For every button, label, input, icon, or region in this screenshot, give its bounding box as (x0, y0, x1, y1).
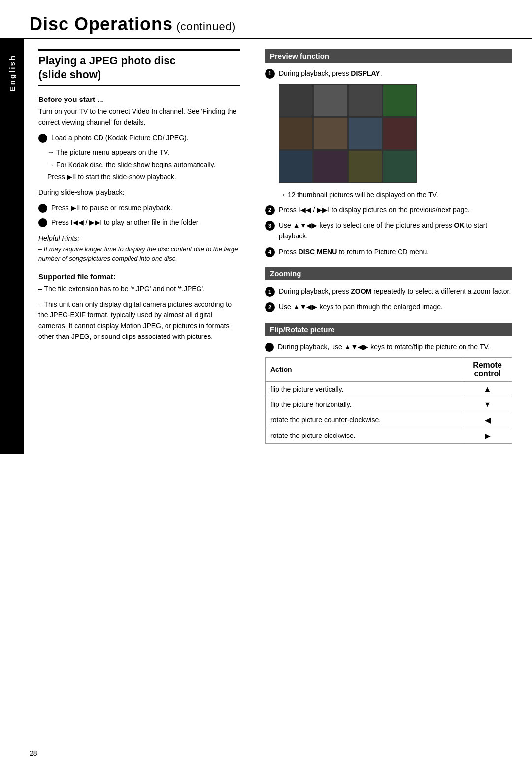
helpful-hints-section: Helpful Hints: – It may require longer t… (38, 235, 240, 264)
table-row: rotate the picture clockwise.▶ (266, 428, 512, 443)
step-number-2: 2 (265, 205, 275, 215)
table-cell-action-3: rotate the picture clockwise. (266, 428, 463, 443)
table-cell-action-1: flip the picture horizontally. (266, 397, 463, 412)
zooming-section: Zooming 1 During playback, press ZOOM re… (265, 267, 512, 312)
bullet-dot-2 (38, 204, 47, 213)
supported-format-dash2: – This unit can only display digital cam… (38, 300, 240, 342)
thumbnail-1 (279, 85, 312, 116)
preview-step1-text: During playback, press DISPLAY. (279, 68, 512, 79)
page-number: 28 (30, 749, 37, 757)
table-row: rotate the picture counter-clockwise.◀ (266, 412, 512, 428)
zoom-step-number-1: 1 (265, 287, 275, 297)
table-header-action: Action (266, 357, 463, 381)
thumbnail-2 (314, 85, 347, 116)
preview-step4: 4 Press DISC MENU to return to Picture C… (265, 247, 512, 258)
thumbnail-7 (349, 118, 382, 149)
table-header-remote: Remote control (463, 357, 512, 381)
during-slideshow-text: During slide-show playback: (38, 187, 240, 198)
supported-format-dash1: – The file extension has to be '*.JPG' a… (38, 284, 240, 295)
press-play-text: Press ▶II to start the slide-show playba… (47, 172, 240, 183)
flip-intro-item: During playback, use ▲▼◀▶ keys to rotate… (265, 342, 512, 352)
flip-rotate-heading: Flip/Rotate picture (265, 323, 512, 336)
preview-step3: 3 Use ▲▼◀▶ keys to select one of the pic… (265, 220, 512, 241)
table-row: flip the picture vertically.▲ (266, 381, 512, 397)
bullet-text-3: Press I◀◀ / ▶▶I to play another file in … (51, 217, 240, 228)
arrow-item-2: For Kodak disc, the slide show begins au… (38, 160, 240, 170)
table-cell-action-0: flip the picture vertically. (266, 381, 463, 397)
thumbnail-11 (349, 151, 382, 182)
bullet-dot (38, 134, 47, 143)
arrow-item-1: The picture menu appears on the TV. (38, 147, 240, 158)
thumbnail-9 (279, 151, 312, 182)
thumbnail-3 (349, 85, 382, 116)
bullet-item-1: Load a photo CD (Kodak Picture CD/ JPEG)… (38, 133, 240, 143)
right-column: Preview function 1 During playback, pres… (255, 39, 532, 454)
bullet-item-2: Press ▶II to pause or resume playback. (38, 203, 240, 213)
thumbnail-6 (314, 118, 347, 149)
table-cell-remote-0: ▲ (463, 381, 512, 397)
preview-step3-text: Use ▲▼◀▶ keys to select one of the pictu… (279, 220, 512, 241)
step-number-4: 4 (265, 247, 275, 257)
before-you-start-heading: Before you start ... (38, 95, 240, 103)
thumbnail-5 (279, 118, 312, 149)
flip-table: Action Remote control flip the picture v… (265, 357, 512, 444)
zoom-step2-text: Use ▲▼◀▶ keys to pan through the enlarge… (279, 302, 512, 313)
thumbnail-10 (314, 151, 347, 182)
zoom-step2: 2 Use ▲▼◀▶ keys to pan through the enlar… (265, 302, 512, 313)
table-cell-remote-3: ▶ (463, 428, 512, 443)
bullet-dot-3 (38, 218, 47, 227)
preview-step2: 2 Press I◀◀ / ▶▶I to display pictures on… (265, 205, 512, 216)
thumbnail-8 (383, 118, 416, 149)
supported-format-section: Supported file format: – The file extens… (38, 272, 240, 342)
zoom-step-number-2: 2 (265, 302, 275, 312)
zooming-heading: Zooming (265, 267, 512, 280)
main-layout: English Playing a JPEG photo disc (slide… (0, 39, 532, 454)
table-row: flip the picture horizontally.▼ (266, 397, 512, 412)
before-you-start-text: Turn on your TV to the correct Video In … (38, 106, 240, 128)
flip-intro-text: During playback, use ▲▼◀▶ keys to rotate… (278, 342, 512, 352)
helpful-hints-body: – It may require longer time to display … (38, 244, 240, 264)
content-area: Playing a JPEG photo disc (slide show) B… (24, 39, 532, 454)
page-title: Disc Operations (continued) (30, 14, 236, 34)
thumbnail-grid (279, 84, 417, 183)
preview-section: Preview function 1 During playback, pres… (265, 49, 512, 257)
zoom-step1: 1 During playback, press ZOOM repeatedly… (265, 286, 512, 297)
step-number-3: 3 (265, 221, 275, 231)
bullet-text-1: Load a photo CD (Kodak Picture CD/ JPEG)… (51, 133, 240, 143)
left-column: Playing a JPEG photo disc (slide show) B… (24, 39, 255, 454)
thumbnail-12 (383, 151, 416, 182)
sidebar-label: English (8, 54, 16, 91)
table-cell-remote-1: ▼ (463, 397, 512, 412)
table-cell-action-2: rotate the picture counter-clockwise. (266, 412, 463, 428)
thumbnail-4 (383, 85, 416, 116)
bullet-text-2: Press ▶II to pause or resume playback. (51, 203, 240, 213)
table-cell-remote-2: ◀ (463, 412, 512, 428)
page-header: Disc Operations (continued) (0, 0, 532, 39)
flip-bullet-dot (265, 343, 274, 352)
preview-step2-text: Press I◀◀ / ▶▶I to display pictures on t… (279, 205, 512, 216)
preview-heading: Preview function (265, 49, 512, 63)
preview-step1-arrow: → 12 thumbnail pictures will be displaye… (279, 190, 512, 200)
bullet-item-3: Press I◀◀ / ▶▶I to play another file in … (38, 217, 240, 228)
zoom-step1-text: During playback, press ZOOM repeatedly t… (279, 286, 512, 297)
sidebar: English (0, 39, 24, 454)
step-number-1: 1 (265, 69, 275, 79)
supported-format-heading: Supported file format: (38, 272, 240, 281)
helpful-hints-heading: Helpful Hints: (38, 235, 240, 242)
section-title: Playing a JPEG photo disc (slide show) (38, 49, 240, 86)
preview-step1: 1 During playback, press DISPLAY. (265, 68, 512, 79)
flip-rotate-section: Flip/Rotate picture During playback, use… (265, 323, 512, 444)
preview-step4-text: Press DISC MENU to return to Picture CD … (279, 247, 512, 258)
